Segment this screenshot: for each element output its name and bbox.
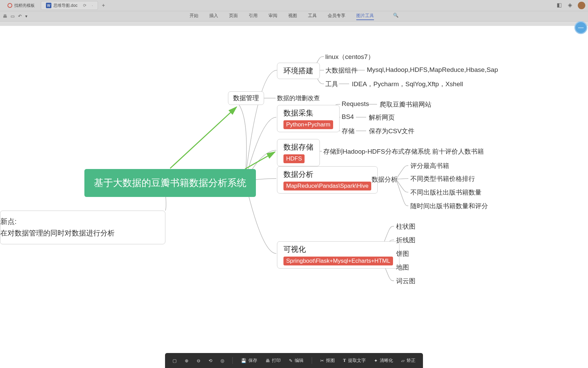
straighten-button[interactable]: ▱ 矫正 bbox=[401, 357, 415, 364]
node-viz-title: 可视化 bbox=[283, 244, 393, 255]
fit-button[interactable]: ▢ bbox=[173, 358, 177, 363]
locate-button[interactable]: ◎ bbox=[220, 358, 224, 363]
search-icon[interactable]: 🔍 bbox=[393, 13, 398, 20]
tab-templates[interactable]: 找稻壳模板 bbox=[3, 1, 39, 10]
bottom-toolbar: ▢ ⊕ ⊖ ⟲ ◎ 💾 保存 🖶 打印 ✎ 编辑 ✂ 抠图 𝐓 提取文字 ✦ 清… bbox=[165, 353, 423, 368]
leaf-viz-4[interactable]: 词云图 bbox=[396, 277, 415, 286]
undo-icon[interactable]: ↶ bbox=[18, 14, 22, 19]
node-mgmt-title: 数据管理 bbox=[233, 94, 259, 102]
menu-vip[interactable]: 会员专享 bbox=[328, 13, 345, 20]
leaf-an-0[interactable]: 评分最高书籍 bbox=[410, 162, 449, 170]
menu-ref[interactable]: 引用 bbox=[249, 13, 258, 20]
leaf-bs4-label[interactable]: BS4 bbox=[342, 113, 354, 121]
root-text: 基于大数据的豆瓣书籍数据分析系统 bbox=[94, 178, 246, 188]
badge-storage: HDFS bbox=[283, 154, 305, 163]
rotate-button[interactable]: ⟲ bbox=[209, 358, 212, 363]
menu-image-tools[interactable]: 图片工具 bbox=[356, 13, 374, 20]
menu-page[interactable]: 页面 bbox=[229, 13, 238, 20]
tab-bar: 找稻壳模板 W 思维导图.doc ⟳ · + ◧ ◈ bbox=[0, 0, 588, 11]
node-analysis[interactable]: 数据分析 MapReduce\Pandas\Spark\Hive bbox=[277, 166, 378, 194]
menu-review[interactable]: 审阅 bbox=[268, 13, 277, 20]
badge-collect: Python+Pycharm bbox=[283, 120, 333, 129]
close-icon[interactable]: · bbox=[92, 3, 93, 8]
node-analysis-title: 数据分析 bbox=[283, 169, 371, 180]
refresh-icon[interactable]: ⟳ bbox=[83, 3, 86, 8]
separator bbox=[312, 357, 312, 364]
menu-insert[interactable]: 插入 bbox=[209, 13, 218, 20]
leaf-bigdata-label[interactable]: 大数据组件 bbox=[325, 66, 358, 75]
word-icon: W bbox=[46, 3, 51, 8]
leaf-linux[interactable]: linux（centos7） bbox=[325, 52, 374, 61]
add-tab-button[interactable]: + bbox=[99, 1, 108, 10]
menu-items: 开始 插入 页面 引用 审阅 视图 工具 会员专享 图片工具 🔍 bbox=[190, 13, 398, 20]
leaf-req-val[interactable]: 爬取豆瓣书籍网站 bbox=[380, 100, 431, 109]
leaf-viz-1[interactable]: 折线图 bbox=[396, 236, 415, 245]
node-mgmt[interactable]: 数据管理 bbox=[228, 91, 264, 105]
leaf-tool-val[interactable]: IDEA，Pycharm，SqlYog,Xftp，Xshell bbox=[352, 80, 463, 89]
ocr-button[interactable]: 𝐓 提取文字 bbox=[343, 357, 366, 364]
preview-icon[interactable]: ▭ bbox=[11, 14, 15, 19]
innovation-node[interactable]: 新点: 在对数据管理的同时对数据进行分析 bbox=[0, 211, 165, 244]
node-storage-title: 数据存储 bbox=[283, 142, 313, 152]
leaf-req-label[interactable]: Requests bbox=[342, 100, 369, 108]
quick-tools: 🖶 ▭ ↶ ▾ bbox=[3, 14, 28, 19]
leaf-bs4-val[interactable]: 解析网页 bbox=[369, 113, 395, 122]
leaf-crud[interactable]: 数据的增删改查 bbox=[277, 94, 320, 102]
leaf-store-label[interactable]: 存储 bbox=[342, 127, 355, 136]
tabbar-right: ◧ ◈ bbox=[556, 2, 585, 9]
node-storage[interactable]: 数据存储 HDFS bbox=[277, 139, 320, 166]
panel-icon[interactable]: ◧ bbox=[556, 2, 562, 8]
menu-view[interactable]: 视图 bbox=[288, 13, 297, 20]
innov-body: 在对数据管理的同时对数据进行分析 bbox=[0, 227, 158, 239]
leaf-viz-0[interactable]: 柱状图 bbox=[396, 222, 415, 231]
tab-label: 思维导图.doc bbox=[53, 3, 78, 9]
node-env-title: 环境搭建 bbox=[283, 66, 313, 75]
leaf-store-val[interactable]: 保存为CSV文件 bbox=[369, 127, 414, 136]
leaf-an-1[interactable]: 不同类型书籍价格排行 bbox=[410, 174, 475, 183]
separator bbox=[232, 357, 233, 364]
menu-bar: 🖶 ▭ ↶ ▾ 开始 插入 页面 引用 审阅 视图 工具 会员专享 图片工具 🔍 bbox=[0, 11, 588, 21]
svg-line-9 bbox=[245, 152, 275, 169]
node-env[interactable]: 环境搭建 bbox=[277, 63, 320, 79]
leaf-viz-3[interactable]: 地图 bbox=[396, 263, 409, 272]
leaf-an-2[interactable]: 不同出版社出版书籍数量 bbox=[410, 188, 481, 197]
menu-start[interactable]: 开始 bbox=[190, 13, 198, 20]
tab-document[interactable]: W 思维导图.doc ⟳ · bbox=[41, 1, 98, 10]
save-button[interactable]: 💾 保存 bbox=[241, 357, 257, 364]
cutout-button[interactable]: ✂ 抠图 bbox=[320, 357, 335, 364]
badge-viz: Springboot\Flask+Mysql+Echarts+HTML bbox=[283, 257, 393, 265]
leaf-an-3[interactable]: 随时间出版书籍数量和评分 bbox=[410, 202, 488, 211]
node-viz[interactable]: 可视化 Springboot\Flask+Mysql+Echarts+HTML bbox=[277, 241, 399, 269]
badge-analysis: MapReduce\Pandas\Spark\Hive bbox=[283, 182, 371, 190]
leaf-analysis-sub[interactable]: 数据分析 bbox=[372, 175, 397, 184]
innov-title: 新点: bbox=[0, 216, 158, 227]
leaf-viz-2[interactable]: 饼图 bbox=[396, 249, 409, 258]
dropdown-icon[interactable]: ▾ bbox=[25, 14, 28, 19]
menu-tools[interactable]: 工具 bbox=[308, 13, 317, 20]
zoom-in-button[interactable]: ⊕ bbox=[185, 358, 189, 363]
mindmap-canvas[interactable]: 基于大数据的豆瓣书籍数据分析系统 新点: 在对数据管理的同时对数据进行分析 环境… bbox=[0, 26, 588, 353]
leaf-tool-label[interactable]: 工具 bbox=[325, 80, 338, 89]
svg-line-8 bbox=[170, 107, 236, 168]
tab-label: 找稻壳模板 bbox=[14, 3, 35, 9]
node-collect-title: 数据采集 bbox=[283, 108, 333, 118]
leaf-storage-val[interactable]: 存储到Hadoop-HDFS分布式存储系统 前十评价人数书籍 bbox=[323, 147, 484, 156]
print-icon[interactable]: 🖶 bbox=[3, 14, 7, 19]
edit-button[interactable]: ✎ 编辑 bbox=[289, 357, 304, 364]
avatar[interactable] bbox=[578, 2, 585, 9]
leaf-bigdata-val[interactable]: Mysql,Hadoop,HDFS,MapReduce,Hbase,Sap bbox=[367, 66, 498, 74]
zoom-out-button[interactable]: ⊖ bbox=[197, 358, 200, 363]
enhance-button[interactable]: ✦ 清晰化 bbox=[374, 357, 393, 364]
print-button[interactable]: 🖶 打印 bbox=[265, 357, 281, 364]
root-node[interactable]: 基于大数据的豆瓣书籍数据分析系统 bbox=[84, 169, 256, 197]
cube-icon[interactable]: ◈ bbox=[567, 2, 573, 8]
node-collect[interactable]: 数据采集 Python+Pycharm bbox=[277, 105, 340, 132]
float-button[interactable]: — bbox=[574, 21, 587, 34]
template-icon bbox=[7, 3, 12, 8]
